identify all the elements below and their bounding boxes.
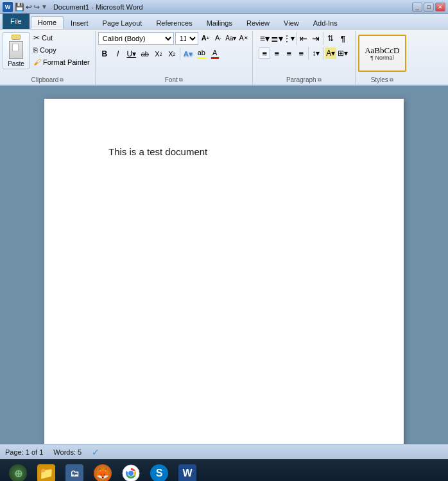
folder-icon: 📁 bbox=[37, 464, 55, 481]
style-preview: AaBbCcD bbox=[365, 46, 399, 55]
bold-button[interactable]: B bbox=[98, 47, 111, 60]
format-painter-button[interactable]: 🖌 Format Painter bbox=[31, 56, 92, 68]
font-size-select[interactable]: 11 bbox=[175, 32, 198, 45]
tab-references[interactable]: References bbox=[149, 16, 199, 29]
strikethrough-button[interactable]: ab bbox=[139, 47, 151, 60]
scissors-icon: ✂ bbox=[33, 33, 40, 42]
alien-icon: ⊕ bbox=[9, 464, 27, 481]
alignment-row: ≡ ≡ ≡ ≡ ↕▾ A▾ ⊞▾ bbox=[259, 47, 349, 60]
tab-addins[interactable]: Add-Ins bbox=[306, 16, 345, 29]
taskbar-filemgr[interactable]: 🗂 bbox=[62, 462, 87, 481]
list-row: ≡▾ ≣▾ ⋮▾ ⇤ ⇥ ⇅ ¶ bbox=[259, 32, 349, 45]
font-color-button[interactable]: A bbox=[209, 47, 221, 60]
taskbar-word[interactable]: W bbox=[175, 462, 200, 481]
status-bar: Page: 1 of 1 Words: 5 ✓ bbox=[0, 444, 448, 459]
grow-font-button[interactable]: A+ bbox=[200, 32, 211, 44]
multilevel-list-button[interactable]: ⋮▾ bbox=[283, 33, 295, 44]
font-format-row: B I U▾ ab X2 X2 A▾ ab A bbox=[98, 47, 250, 60]
word-icon: W bbox=[178, 464, 196, 481]
decrease-indent-button[interactable]: ⇤ bbox=[298, 33, 309, 44]
clipboard-small-buttons: ✂ Cut ⎘ Copy 🖌 Format Painter bbox=[31, 32, 92, 68]
bullets-button[interactable]: ≡▾ bbox=[259, 33, 270, 44]
taskbar-alien[interactable]: ⊕ bbox=[5, 462, 31, 481]
firefox-icon: 🦊 bbox=[94, 464, 112, 481]
format-painter-icon: 🖌 bbox=[33, 58, 41, 67]
underline-button[interactable]: U▾ bbox=[125, 47, 138, 60]
tab-insert[interactable]: Insert bbox=[64, 16, 96, 29]
font-expand-icon[interactable]: ⧉ bbox=[179, 77, 183, 83]
cut-button[interactable]: ✂ Cut bbox=[31, 32, 92, 44]
paste-button[interactable]: Paste bbox=[3, 32, 30, 69]
tab-view[interactable]: View bbox=[277, 16, 306, 29]
borders-button[interactable]: ⊞▾ bbox=[337, 47, 349, 59]
svg-point-2 bbox=[128, 471, 134, 476]
skype-icon: S bbox=[150, 464, 168, 481]
show-hide-button[interactable]: ¶ bbox=[337, 33, 349, 44]
align-left-button[interactable]: ≡ bbox=[259, 47, 270, 59]
superscript-button[interactable]: X2 bbox=[166, 47, 178, 60]
taskbar-firefox[interactable]: 🦊 bbox=[90, 462, 116, 481]
font-selector-row: Calibri (Body) 11 A+ A- Aa▾ A✕ bbox=[98, 32, 250, 45]
line-spacing-button[interactable]: ↕▾ bbox=[310, 47, 322, 59]
numbering-button[interactable]: ≣▾ bbox=[271, 33, 282, 44]
styles-group: AaBbCcD ¶ Normal Styles ⧉ bbox=[356, 31, 409, 85]
shrink-font-button[interactable]: A- bbox=[212, 32, 224, 44]
document-page[interactable]: This is a test document bbox=[44, 99, 404, 444]
tab-pagelayout[interactable]: Page Layout bbox=[96, 16, 150, 29]
title-bar: W 💾 ↩ ↪ ▼ Document1 - Microsoft Word _ □… bbox=[0, 0, 448, 14]
close-button[interactable]: ✕ bbox=[435, 3, 445, 12]
font-label: Font ⧉ bbox=[98, 76, 250, 85]
ribbon-tabs: File Home Insert Page Layout References … bbox=[0, 14, 448, 30]
redo-icon[interactable]: ↪ bbox=[33, 3, 40, 12]
highlight-color-button[interactable]: ab bbox=[195, 47, 208, 60]
app-icon: W bbox=[3, 2, 13, 12]
taskbar: ⊕ 📁 🗂 🦊 S W bbox=[0, 459, 448, 481]
file-manager-icon: 🗂 bbox=[65, 464, 83, 481]
chrome-icon bbox=[122, 464, 140, 481]
undo-icon[interactable]: ↩ bbox=[26, 3, 32, 12]
normal-style-button[interactable]: AaBbCcD ¶ Normal bbox=[358, 35, 406, 72]
paragraph-expand-icon[interactable]: ⧉ bbox=[318, 77, 322, 83]
tab-review[interactable]: Review bbox=[239, 16, 277, 29]
align-center-button[interactable]: ≡ bbox=[271, 47, 282, 59]
styles-label: Styles ⧉ bbox=[358, 76, 406, 85]
spelling-check-icon[interactable]: ✓ bbox=[92, 447, 99, 457]
taskbar-chrome[interactable] bbox=[118, 462, 144, 481]
text-effects-button[interactable]: A▾ bbox=[182, 47, 194, 60]
italic-button[interactable]: I bbox=[112, 47, 125, 60]
copy-button[interactable]: ⎘ Copy bbox=[31, 44, 92, 56]
taskbar-skype[interactable]: S bbox=[146, 462, 172, 481]
style-name: ¶ Normal bbox=[370, 55, 393, 61]
sort-button[interactable]: ⇅ bbox=[325, 33, 336, 44]
paragraph-group: ≡▾ ≣▾ ⋮▾ ⇤ ⇥ ⇅ ¶ ≡ ≡ ≡ ≡ ↕▾ A▾ ⊞▾ bbox=[253, 31, 356, 85]
shading-button[interactable]: A▾ bbox=[325, 47, 336, 59]
clipboard-expand-icon[interactable]: ⧉ bbox=[60, 77, 64, 83]
align-right-button[interactable]: ≡ bbox=[283, 47, 295, 59]
justify-button[interactable]: ≡ bbox=[295, 47, 307, 59]
clear-formatting-button[interactable]: A✕ bbox=[238, 32, 250, 44]
maximize-button[interactable]: □ bbox=[424, 3, 434, 12]
ribbon: Paste ✂ Cut ⎘ Copy 🖌 Format Painter Clip… bbox=[0, 30, 448, 86]
font-family-select[interactable]: Calibri (Body) bbox=[98, 32, 174, 45]
styles-expand-icon[interactable]: ⧉ bbox=[390, 77, 393, 83]
paragraph-label: Paragraph ⧉ bbox=[255, 76, 352, 85]
increase-indent-button[interactable]: ⇥ bbox=[310, 33, 322, 44]
document-text[interactable]: This is a test document bbox=[108, 145, 358, 160]
word-count: Words: 5 bbox=[53, 448, 82, 456]
minimize-button[interactable]: _ bbox=[412, 3, 422, 12]
taskbar-folder[interactable]: 📁 bbox=[33, 462, 59, 481]
tab-file[interactable]: File bbox=[3, 13, 30, 29]
font-group: Calibri (Body) 11 A+ A- Aa▾ A✕ B I U▾ ab… bbox=[96, 31, 253, 85]
copy-icon: ⎘ bbox=[33, 46, 38, 54]
tab-mailings[interactable]: Mailings bbox=[200, 16, 239, 29]
customize-icon[interactable]: ▼ bbox=[41, 3, 47, 10]
document-area: This is a test document bbox=[0, 86, 448, 444]
subscript-button[interactable]: X2 bbox=[152, 47, 165, 60]
title-text: Document1 - Microsoft Word bbox=[53, 3, 143, 11]
tab-home[interactable]: Home bbox=[31, 16, 64, 29]
clipboard-group: Paste ✂ Cut ⎘ Copy 🖌 Format Painter Clip… bbox=[0, 31, 96, 85]
change-case-button[interactable]: Aa▾ bbox=[225, 32, 237, 44]
paste-label: Paste bbox=[8, 60, 24, 67]
document-content[interactable]: This is a test document bbox=[108, 145, 358, 160]
quick-save-icon[interactable]: 💾 bbox=[15, 3, 24, 12]
